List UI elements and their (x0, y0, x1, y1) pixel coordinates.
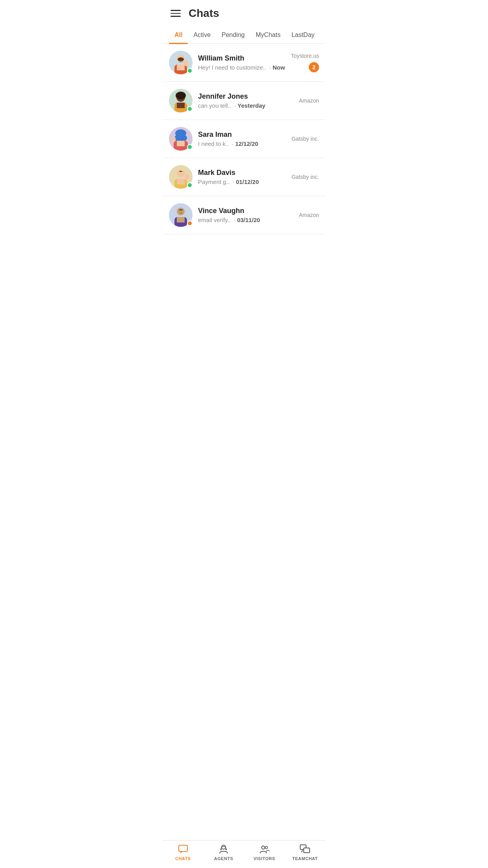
chat-info: Mark Davis Payment g.. ·01/12/20 (198, 169, 288, 185)
avatar-wrapper (169, 127, 193, 151)
svg-rect-3 (177, 64, 185, 70)
svg-point-19 (177, 169, 185, 177)
svg-rect-10 (177, 103, 185, 108)
chat-name: William Smith (198, 54, 288, 63)
status-indicator (187, 106, 193, 112)
avatar-wrapper (169, 165, 193, 189)
chat-source: Gatsby inc. (292, 174, 319, 180)
avatar-wrapper (169, 89, 193, 112)
svg-rect-16 (177, 141, 185, 146)
svg-rect-26 (177, 217, 185, 223)
header: Chats (163, 0, 325, 24)
chat-item[interactable]: Jennifer Jones can you tell.. ·Yesterday… (163, 82, 325, 120)
page-title: Chats (189, 7, 219, 20)
chat-name: Jennifer Jones (198, 92, 296, 101)
chat-item[interactable]: Vince Vaughn email verify.. ·03/11/20 Am… (163, 196, 325, 234)
svg-point-8 (176, 92, 186, 99)
chat-meta: Toystore.us 2 (291, 53, 319, 72)
chat-info: Sara Iman I need to k.. ·12/12/20 (198, 131, 288, 147)
chat-meta: Gatsby inc. (292, 174, 319, 180)
tab-all[interactable]: All (169, 27, 188, 43)
tab-active[interactable]: Active (188, 27, 216, 43)
chat-source: Amazon (299, 97, 319, 104)
chat-meta: Amazon (299, 97, 319, 104)
tab-lastday[interactable]: LastDay (286, 27, 320, 43)
status-indicator (187, 221, 193, 226)
chat-preview: email verify.. ·03/11/20 (198, 217, 296, 223)
chat-item[interactable]: William Smith Hey! I need to customize..… (163, 44, 325, 82)
chat-preview: I need to k.. ·12/12/20 (198, 140, 288, 147)
chat-name: Sara Iman (198, 131, 288, 139)
menu-button[interactable] (171, 10, 181, 17)
chat-source: Amazon (299, 212, 319, 218)
tabs-bar: All Active Pending MyChats LastDay (163, 27, 325, 44)
status-indicator (187, 68, 193, 74)
chat-name: Mark Davis (198, 169, 288, 177)
avatar-wrapper (169, 203, 193, 227)
chat-info: Jennifer Jones can you tell.. ·Yesterday (198, 92, 296, 109)
tab-mychats[interactable]: MyChats (250, 27, 286, 43)
unread-badge: 2 (309, 62, 319, 72)
chat-name: Vince Vaughn (198, 207, 296, 215)
chat-item[interactable]: Mark Davis Payment g.. ·01/12/20 Gatsby … (163, 158, 325, 196)
svg-point-4 (178, 57, 184, 61)
chat-source: Toystore.us (291, 53, 319, 59)
svg-rect-21 (177, 179, 185, 184)
tab-pending[interactable]: Pending (216, 27, 250, 43)
avatar-wrapper (169, 51, 193, 74)
status-indicator (187, 144, 193, 150)
chat-info: Vince Vaughn email verify.. ·03/11/20 (198, 207, 296, 223)
chat-meta: Gatsby inc. (292, 136, 319, 142)
chat-preview: Hey! I need to customize.. ·Now (198, 64, 288, 71)
chat-list: William Smith Hey! I need to customize..… (163, 44, 325, 234)
chat-preview: can you tell.. ·Yesterday (198, 102, 296, 109)
svg-point-24 (177, 208, 185, 215)
chat-info: William Smith Hey! I need to customize..… (198, 54, 288, 71)
chat-meta: Amazon (299, 212, 319, 218)
status-indicator (187, 182, 193, 188)
chat-source: Gatsby inc. (292, 136, 319, 142)
chat-preview: Payment g.. ·01/12/20 (198, 178, 288, 185)
chat-item[interactable]: Sara Iman I need to k.. ·12/12/20 Gatsby… (163, 120, 325, 158)
